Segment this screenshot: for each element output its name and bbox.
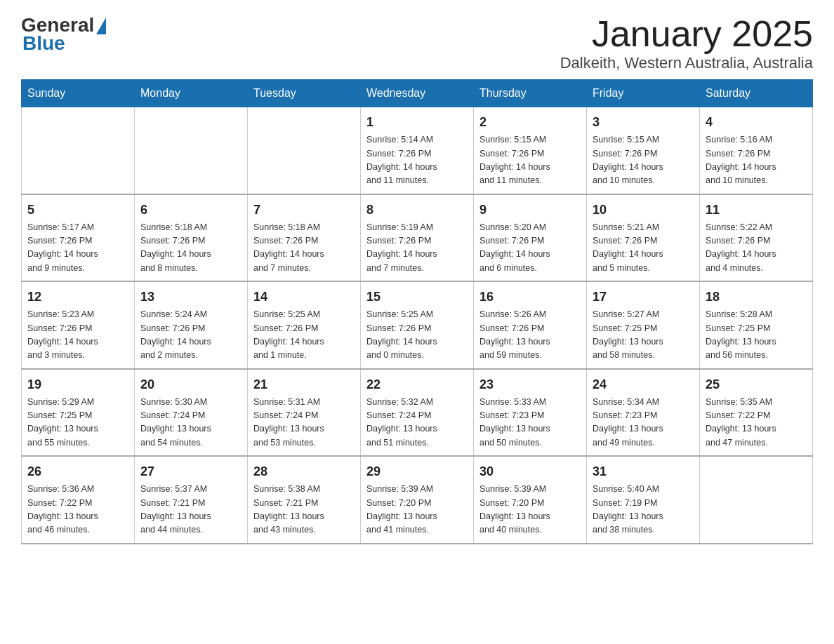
calendar-cell: 9Sunrise: 5:20 AMSunset: 7:26 PMDaylight…	[474, 194, 587, 282]
day-info: Sunrise: 5:18 AMSunset: 7:26 PMDaylight:…	[140, 221, 241, 276]
day-info: Sunrise: 5:16 AMSunset: 7:26 PMDaylight:…	[706, 133, 807, 188]
day-of-week-header: Monday	[135, 80, 248, 107]
day-info: Sunrise: 5:34 AMSunset: 7:23 PMDaylight:…	[593, 396, 694, 450]
day-number: 31	[593, 462, 694, 481]
day-info: Sunrise: 5:20 AMSunset: 7:26 PMDaylight:…	[479, 221, 581, 276]
calendar-cell: 15Sunrise: 5:25 AMSunset: 7:26 PMDayligh…	[361, 281, 474, 369]
day-number: 13	[140, 288, 241, 307]
day-info: Sunrise: 5:27 AMSunset: 7:25 PMDaylight:…	[593, 308, 694, 363]
calendar-cell: 26Sunrise: 5:36 AMSunset: 7:22 PMDayligh…	[22, 456, 135, 544]
calendar-cell: 10Sunrise: 5:21 AMSunset: 7:26 PMDayligh…	[587, 194, 700, 282]
day-number: 18	[706, 288, 807, 307]
day-number: 25	[706, 375, 807, 394]
calendar-cell: 14Sunrise: 5:25 AMSunset: 7:26 PMDayligh…	[248, 281, 361, 369]
day-number: 26	[27, 462, 128, 481]
calendar-cell: 22Sunrise: 5:32 AMSunset: 7:24 PMDayligh…	[361, 369, 474, 457]
calendar-cell: 25Sunrise: 5:35 AMSunset: 7:22 PMDayligh…	[700, 369, 813, 457]
day-info: Sunrise: 5:22 AMSunset: 7:26 PMDaylight:…	[706, 221, 807, 276]
day-info: Sunrise: 5:19 AMSunset: 7:26 PMDaylight:…	[366, 221, 468, 276]
day-info: Sunrise: 5:26 AMSunset: 7:26 PMDaylight:…	[479, 308, 581, 363]
calendar-cell: 4Sunrise: 5:16 AMSunset: 7:26 PMDaylight…	[700, 107, 813, 194]
day-info: Sunrise: 5:17 AMSunset: 7:26 PMDaylight:…	[27, 221, 128, 276]
day-info: Sunrise: 5:35 AMSunset: 7:22 PMDaylight:…	[706, 396, 807, 450]
day-info: Sunrise: 5:40 AMSunset: 7:19 PMDaylight:…	[593, 483, 694, 537]
day-info: Sunrise: 5:33 AMSunset: 7:23 PMDaylight:…	[479, 396, 581, 450]
calendar-cell: 31Sunrise: 5:40 AMSunset: 7:19 PMDayligh…	[587, 456, 700, 544]
calendar-cell: 21Sunrise: 5:31 AMSunset: 7:24 PMDayligh…	[248, 369, 361, 457]
calendar-cell	[22, 107, 135, 194]
day-number: 3	[593, 113, 694, 132]
day-info: Sunrise: 5:15 AMSunset: 7:26 PMDaylight:…	[593, 133, 694, 188]
calendar-week-row: 5Sunrise: 5:17 AMSunset: 7:26 PMDaylight…	[22, 194, 813, 282]
calendar-cell	[135, 107, 248, 194]
day-number: 17	[593, 288, 694, 307]
day-number: 28	[253, 462, 355, 481]
day-info: Sunrise: 5:30 AMSunset: 7:24 PMDaylight:…	[140, 396, 241, 450]
calendar-cell: 20Sunrise: 5:30 AMSunset: 7:24 PMDayligh…	[135, 369, 248, 457]
calendar-week-row: 26Sunrise: 5:36 AMSunset: 7:22 PMDayligh…	[22, 456, 813, 544]
day-info: Sunrise: 5:23 AMSunset: 7:26 PMDaylight:…	[27, 308, 128, 363]
day-number: 15	[366, 288, 468, 307]
logo-blue-text: Blue	[22, 32, 65, 55]
day-number: 1	[366, 113, 468, 132]
calendar-cell: 29Sunrise: 5:39 AMSunset: 7:20 PMDayligh…	[361, 456, 474, 544]
day-number: 30	[479, 462, 581, 481]
title-block: January 2025 Dalkeith, Western Australia…	[560, 14, 813, 72]
calendar-week-row: 19Sunrise: 5:29 AMSunset: 7:25 PMDayligh…	[22, 369, 813, 457]
calendar-cell: 6Sunrise: 5:18 AMSunset: 7:26 PMDaylight…	[135, 194, 248, 282]
page-header: General Blue January 2025 Dalkeith, West…	[21, 14, 813, 72]
calendar-cell: 1Sunrise: 5:14 AMSunset: 7:26 PMDaylight…	[361, 107, 474, 194]
day-info: Sunrise: 5:25 AMSunset: 7:26 PMDaylight:…	[366, 308, 468, 363]
day-info: Sunrise: 5:39 AMSunset: 7:20 PMDaylight:…	[366, 483, 468, 537]
calendar-subtitle: Dalkeith, Western Australia, Australia	[560, 54, 813, 72]
calendar-cell: 5Sunrise: 5:17 AMSunset: 7:26 PMDaylight…	[22, 194, 135, 282]
calendar-cell: 16Sunrise: 5:26 AMSunset: 7:26 PMDayligh…	[474, 281, 587, 369]
day-number: 7	[253, 201, 355, 220]
day-of-week-header: Wednesday	[361, 80, 474, 107]
day-info: Sunrise: 5:37 AMSunset: 7:21 PMDaylight:…	[140, 483, 241, 537]
calendar-cell: 23Sunrise: 5:33 AMSunset: 7:23 PMDayligh…	[474, 369, 587, 457]
day-number: 4	[706, 113, 807, 132]
day-info: Sunrise: 5:31 AMSunset: 7:24 PMDaylight:…	[253, 396, 355, 450]
day-number: 14	[253, 288, 355, 307]
calendar-table: SundayMondayTuesdayWednesdayThursdayFrid…	[21, 79, 813, 544]
day-info: Sunrise: 5:39 AMSunset: 7:20 PMDaylight:…	[479, 483, 581, 537]
calendar-header-row: SundayMondayTuesdayWednesdayThursdayFrid…	[22, 80, 813, 107]
logo-triangle-icon	[96, 18, 106, 34]
calendar-cell: 8Sunrise: 5:19 AMSunset: 7:26 PMDaylight…	[361, 194, 474, 282]
day-info: Sunrise: 5:25 AMSunset: 7:26 PMDaylight:…	[253, 308, 355, 363]
day-info: Sunrise: 5:21 AMSunset: 7:26 PMDaylight:…	[593, 221, 694, 276]
day-number: 6	[140, 201, 241, 220]
calendar-cell: 3Sunrise: 5:15 AMSunset: 7:26 PMDaylight…	[587, 107, 700, 194]
calendar-cell: 28Sunrise: 5:38 AMSunset: 7:21 PMDayligh…	[248, 456, 361, 544]
calendar-cell	[700, 456, 813, 544]
calendar-cell: 17Sunrise: 5:27 AMSunset: 7:25 PMDayligh…	[587, 281, 700, 369]
day-of-week-header: Friday	[587, 80, 700, 107]
day-info: Sunrise: 5:24 AMSunset: 7:26 PMDaylight:…	[140, 308, 241, 363]
day-number: 11	[706, 201, 807, 220]
calendar-cell: 30Sunrise: 5:39 AMSunset: 7:20 PMDayligh…	[474, 456, 587, 544]
calendar-cell	[248, 107, 361, 194]
day-of-week-header: Tuesday	[248, 80, 361, 107]
day-number: 27	[140, 462, 241, 481]
calendar-week-row: 1Sunrise: 5:14 AMSunset: 7:26 PMDaylight…	[22, 107, 813, 194]
calendar-cell: 13Sunrise: 5:24 AMSunset: 7:26 PMDayligh…	[135, 281, 248, 369]
day-number: 16	[479, 288, 581, 307]
day-info: Sunrise: 5:29 AMSunset: 7:25 PMDaylight:…	[27, 396, 128, 450]
day-number: 9	[479, 201, 581, 220]
calendar-cell: 7Sunrise: 5:18 AMSunset: 7:26 PMDaylight…	[248, 194, 361, 282]
day-info: Sunrise: 5:28 AMSunset: 7:25 PMDaylight:…	[706, 308, 807, 363]
day-number: 19	[27, 375, 128, 394]
calendar-cell: 12Sunrise: 5:23 AMSunset: 7:26 PMDayligh…	[22, 281, 135, 369]
day-number: 8	[366, 201, 468, 220]
day-number: 24	[593, 375, 694, 394]
day-info: Sunrise: 5:32 AMSunset: 7:24 PMDaylight:…	[366, 396, 468, 450]
calendar-cell: 27Sunrise: 5:37 AMSunset: 7:21 PMDayligh…	[135, 456, 248, 544]
day-info: Sunrise: 5:15 AMSunset: 7:26 PMDaylight:…	[479, 133, 581, 188]
logo: General Blue	[21, 14, 106, 55]
day-number: 23	[479, 375, 581, 394]
day-number: 29	[366, 462, 468, 481]
day-of-week-header: Saturday	[700, 80, 813, 107]
day-number: 20	[140, 375, 241, 394]
day-number: 12	[27, 288, 128, 307]
